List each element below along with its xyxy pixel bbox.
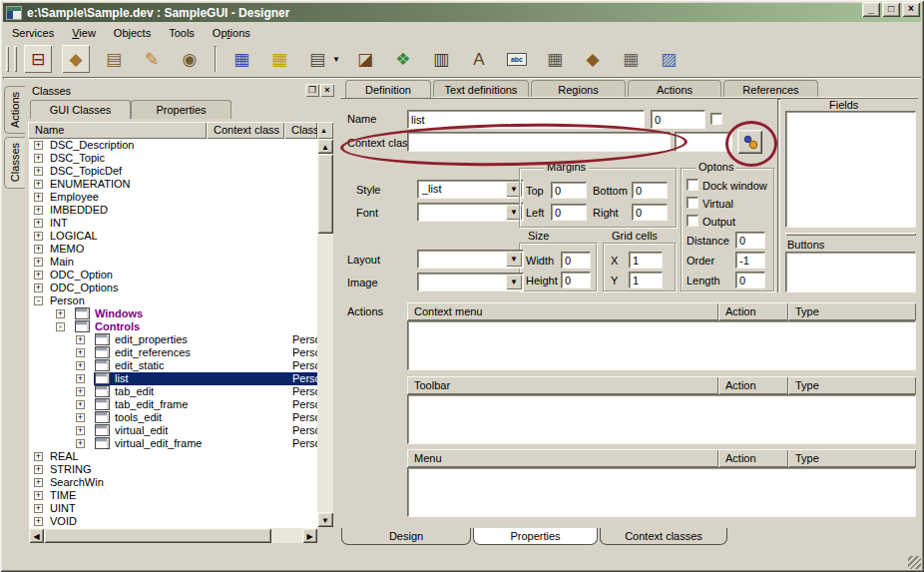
expand-icon[interactable]: +: [34, 271, 43, 280]
column-header-context-class[interactable]: Context class: [207, 122, 284, 139]
order-input[interactable]: [735, 252, 765, 269]
expand-icon[interactable]: +: [76, 426, 85, 435]
expand-icon[interactable]: +: [56, 309, 65, 318]
dock-window-checkbox[interactable]: [687, 179, 698, 191]
expand-icon[interactable]: +: [34, 465, 43, 474]
font-combobox[interactable]: ▼: [417, 203, 524, 222]
grid-y-input[interactable]: [629, 272, 663, 288]
output-checkbox[interactable]: [687, 215, 698, 227]
label-icon[interactable]: abc: [503, 45, 531, 73]
tree-row[interactable]: +INT: [29, 217, 317, 230]
menu-table-body[interactable]: [407, 467, 916, 517]
expand-icon[interactable]: +: [34, 478, 43, 487]
scroll-down-icon[interactable]: ▼: [317, 512, 333, 527]
toolbar-grip[interactable]: [14, 46, 17, 72]
fields-splitter[interactable]: [777, 99, 780, 292]
maximize-button[interactable]: □: [882, 2, 900, 17]
tree-row[interactable]: -Person: [29, 294, 317, 307]
tree-row[interactable]: +tab_edit_framePerso: [29, 398, 317, 411]
expand-icon[interactable]: +: [34, 504, 43, 513]
tree-row[interactable]: +VOID: [29, 515, 317, 528]
type-column[interactable]: Type: [788, 449, 916, 467]
tree-row[interactable]: +Main: [29, 256, 317, 269]
tree-row[interactable]: +ENUMERATION: [29, 178, 317, 191]
tree-row[interactable]: +tools_editPerso: [29, 411, 317, 424]
tree-row[interactable]: +DSC_Description: [29, 139, 317, 152]
tree-row[interactable]: +ODC_Options: [29, 282, 317, 294]
margin-top-input[interactable]: [551, 182, 587, 199]
menu-item-options[interactable]: Options: [204, 25, 259, 41]
dialog-items-icon[interactable]: ▨: [655, 45, 683, 73]
column-header-class[interactable]: Class: [284, 122, 317, 139]
virtual-checkbox[interactable]: [687, 197, 698, 209]
tree-row[interactable]: +edit_referencesPerso: [29, 346, 317, 359]
tab-definition[interactable]: Definition: [345, 80, 431, 98]
eraser-icon[interactable]: ◆: [62, 45, 90, 73]
column-header-name[interactable]: Name: [28, 122, 207, 139]
expand-icon[interactable]: +: [76, 387, 85, 396]
buttons-listbox[interactable]: [785, 252, 916, 292]
expand-icon[interactable]: +: [34, 154, 43, 163]
expand-icon[interactable]: +: [34, 284, 43, 292]
tab-regions[interactable]: Regions: [531, 80, 626, 98]
dock-tab-actions[interactable]: Actions: [4, 86, 25, 134]
script-edit-icon[interactable]: ✎: [138, 45, 166, 73]
colors-icon[interactable]: ❖: [389, 45, 417, 73]
expand-icon[interactable]: +: [34, 245, 43, 254]
tree-row[interactable]: +Employee: [29, 191, 317, 204]
tree-row[interactable]: +virtual_editPerso: [29, 424, 317, 437]
toolbar-grip[interactable]: [6, 46, 9, 72]
expand-icon[interactable]: +: [34, 232, 43, 241]
name-index-input[interactable]: [651, 110, 705, 129]
tree-row[interactable]: +LOGICAL: [29, 230, 317, 243]
action-column[interactable]: Action: [718, 376, 788, 394]
font-icon[interactable]: A: [465, 45, 493, 73]
image-combobox[interactable]: ▼: [417, 273, 524, 291]
width-input[interactable]: [561, 252, 591, 269]
context-class-index-input[interactable]: [675, 132, 732, 152]
tree-row[interactable]: +REAL: [29, 450, 317, 463]
scroll-up-icon[interactable]: ▲: [317, 139, 333, 154]
v-scroll-thumb[interactable]: [317, 154, 333, 234]
resize-grip[interactable]: [908, 556, 921, 569]
expand-icon[interactable]: +: [76, 335, 85, 344]
scroll-left-icon[interactable]: ◀: [29, 528, 44, 543]
close-button[interactable]: ×: [902, 2, 920, 17]
length-input[interactable]: [735, 272, 765, 288]
fields-listbox[interactable]: [785, 111, 916, 228]
h-scroll-thumb[interactable]: [44, 528, 271, 543]
tree-row[interactable]: +edit_staticPerso: [29, 359, 317, 372]
tab-context-classes[interactable]: Context classes: [600, 528, 727, 545]
type-column[interactable]: Type: [788, 302, 916, 320]
tree-row[interactable]: +IMBEDDED: [29, 204, 317, 217]
margin-bottom-input[interactable]: [632, 182, 668, 199]
expand-icon[interactable]: +: [76, 439, 85, 448]
class-hierarchy-icon[interactable]: ⊟: [24, 45, 52, 73]
tab-text-definitions[interactable]: Text definitions: [433, 80, 529, 98]
window-grid-icon[interactable]: ▦: [541, 45, 569, 73]
context-class-picker-button[interactable]: [737, 130, 762, 154]
inspect-icon[interactable]: ◉: [176, 45, 204, 73]
menu-item-services[interactable]: Services: [3, 25, 63, 41]
expand-icon[interactable]: +: [34, 517, 43, 526]
tree-row[interactable]: -Controls: [29, 320, 317, 333]
tab-actions[interactable]: Actions: [628, 80, 721, 98]
expand-icon[interactable]: +: [34, 206, 43, 215]
save-yellow-icon[interactable]: ▦: [265, 45, 293, 73]
window-fields-icon[interactable]: ▤: [303, 45, 331, 73]
tree-row[interactable]: +ODC_Option: [29, 269, 317, 282]
expand-icon[interactable]: +: [34, 491, 43, 500]
report-icon[interactable]: ▥: [427, 45, 455, 73]
tree-row[interactable]: +TIME: [29, 489, 317, 502]
tree-row[interactable]: +listPerso: [29, 372, 317, 385]
scroll-right-icon[interactable]: ▶: [302, 528, 317, 543]
margin-left-input[interactable]: [551, 204, 587, 221]
toolbar-column[interactable]: Toolbar: [407, 376, 718, 394]
tree-row[interactable]: +Windows: [29, 307, 317, 320]
expand-icon[interactable]: +: [76, 361, 85, 370]
dock-tab-classes[interactable]: Classes: [4, 137, 25, 189]
collapse-icon[interactable]: -: [56, 322, 65, 331]
context-menu-table-body[interactable]: [407, 320, 916, 370]
grid-x-input[interactable]: [629, 252, 663, 269]
expand-icon[interactable]: +: [34, 219, 43, 228]
